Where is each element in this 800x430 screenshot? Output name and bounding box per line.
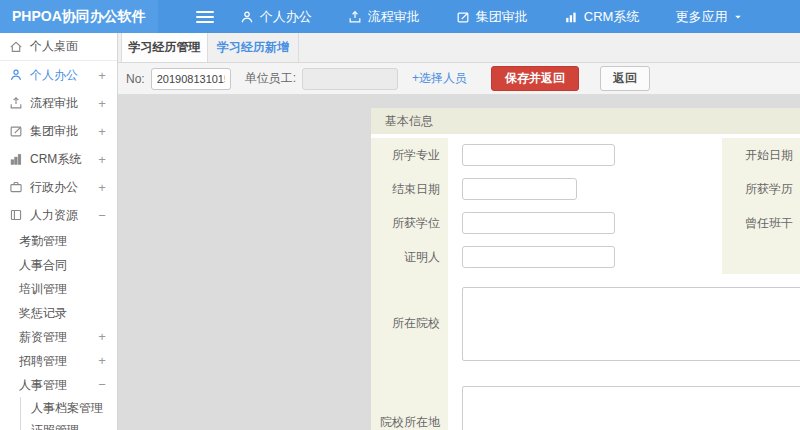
sidebar-item-admin-office[interactable]: 行政办公 +: [0, 173, 117, 201]
nav-item-personal-office[interactable]: 个人办公: [240, 8, 312, 26]
nav-item-label: 个人办公: [260, 8, 312, 26]
sidebar-item-label: 个人办公: [30, 67, 97, 84]
bar-chart-icon: [9, 152, 23, 166]
section-title: 基本信息: [371, 108, 800, 134]
sidebar-item-personal-office[interactable]: 个人办公 +: [0, 61, 117, 89]
field-label: [722, 240, 800, 274]
sidebar-item-personal-desktop[interactable]: 个人桌面: [0, 33, 117, 61]
field-label: 证明人: [371, 240, 448, 274]
nav-item-crm-system[interactable]: CRM系统: [564, 8, 640, 26]
field-label: 院校所在地: [371, 373, 448, 430]
sidebar-item-label: CRM系统: [30, 151, 97, 168]
employee-label: 单位员工:: [245, 70, 296, 87]
nav-item-group-approval[interactable]: 集团审批: [456, 8, 528, 26]
employee-input[interactable]: [302, 68, 398, 90]
field-label: 开始日期: [722, 138, 800, 172]
nav-item-label: 流程审批: [368, 8, 420, 26]
app-logo: PHPOA协同办公软件: [0, 0, 158, 33]
sidebar-item-crm-system[interactable]: CRM系统 +: [0, 145, 117, 173]
edit-square-icon: [456, 10, 470, 24]
nav-item-label: 集团审批: [476, 8, 528, 26]
return-button[interactable]: 返回: [600, 66, 650, 91]
sidebar-item-label: 行政办公: [30, 179, 97, 196]
user-icon: [240, 10, 254, 24]
field-label: 曾任班干: [722, 206, 800, 240]
sidebar-item-label: 流程审批: [30, 95, 97, 112]
main-layout: 个人桌面 个人办公 + 流程审批 + 集团审批 +: [0, 33, 800, 430]
sidebar-subitem-hr-contract[interactable]: 人事合同: [0, 253, 117, 277]
user-icon: [9, 68, 23, 82]
top-navbar: PHPOA协同办公软件 个人办公 流程审批 集团审批 CRM系统: [0, 0, 800, 33]
form-row-degree: 所获学位 曾任班干: [371, 206, 800, 240]
tab-bar: 学习经历管理 学习经历新增: [118, 33, 800, 63]
expand-icon[interactable]: +: [97, 325, 107, 349]
expand-icon[interactable]: +: [97, 68, 107, 83]
collapse-icon[interactable]: −: [97, 373, 107, 397]
sidebar-subitem-personnel[interactable]: 人事管理 −: [0, 373, 117, 397]
sidebar-subitem-rewards[interactable]: 奖惩记录: [0, 301, 117, 325]
expand-icon[interactable]: +: [97, 349, 107, 373]
no-input[interactable]: [151, 68, 231, 90]
form-row-end-date: 结束日期 所获学历: [371, 172, 800, 206]
form-toolbar: No: 单位员工: +选择人员 保存并返回 返回: [118, 63, 800, 95]
sidebar-subitem-salary[interactable]: 薪资管理 +: [0, 325, 117, 349]
sidebar-item-label: 人力资源: [30, 207, 97, 224]
nav-item-label: CRM系统: [584, 8, 640, 26]
form-row-school: 所在院校: [371, 274, 800, 373]
home-icon: [9, 40, 23, 54]
sidebar-subitem-attendance[interactable]: 考勤管理: [0, 229, 117, 253]
reference-input[interactable]: [462, 246, 615, 268]
sidebar-sub2-group: 人事档案管理 证照管理: [20, 397, 117, 430]
nav-item-label: 更多应用: [675, 8, 727, 26]
nav-item-more-apps[interactable]: 更多应用: [675, 8, 743, 26]
expand-icon[interactable]: +: [97, 180, 107, 195]
briefcase-icon: [9, 180, 23, 194]
book-icon: [9, 208, 23, 222]
school-textarea[interactable]: [462, 287, 800, 361]
hamburger-menu-icon[interactable]: [196, 8, 214, 26]
sidebar-subitem-personnel-files[interactable]: 人事档案管理: [21, 397, 117, 419]
sidebar-subitem-training[interactable]: 培训管理: [0, 277, 117, 301]
caret-down-icon: [733, 12, 743, 22]
edit-square-icon: [9, 124, 23, 138]
save-and-return-button[interactable]: 保存并返回: [491, 66, 579, 91]
major-input[interactable]: [462, 144, 615, 166]
workflow-icon: [9, 96, 23, 110]
expand-icon[interactable]: +: [97, 124, 107, 139]
work-area: 基本信息 所学专业 开始日期 结束日期 所获学历: [118, 95, 800, 430]
form-row-school-location: 院校所在地: [371, 373, 800, 430]
tab-study-history-manage[interactable]: 学习经历管理: [121, 33, 208, 62]
sidebar-item-label: 个人桌面: [30, 38, 97, 55]
tab-study-history-new[interactable]: 学习经历新增: [208, 33, 299, 62]
field-label: 结束日期: [371, 172, 448, 206]
school-location-textarea[interactable]: [462, 386, 800, 430]
sidebar-nav: 个人桌面 个人办公 + 流程审批 + 集团审批 +: [0, 33, 118, 430]
field-label: 所在院校: [371, 274, 448, 373]
expand-icon[interactable]: +: [97, 96, 107, 111]
field-label: 所获学位: [371, 206, 448, 240]
form-row-reference: 证明人: [371, 240, 800, 274]
bar-chart-icon: [564, 10, 578, 24]
nav-item-workflow-approval[interactable]: 流程审批: [348, 8, 420, 26]
sidebar-item-label: 集团审批: [30, 123, 97, 140]
field-label: 所获学历: [722, 172, 800, 206]
end-date-input[interactable]: [462, 178, 577, 200]
select-person-link[interactable]: +选择人员: [412, 70, 467, 87]
basic-info-form: 基本信息 所学专业 开始日期 结束日期 所获学历: [371, 108, 800, 430]
sidebar-subitem-recruit[interactable]: 招聘管理 +: [0, 349, 117, 373]
sidebar-subitem-certificates[interactable]: 证照管理: [21, 419, 117, 430]
expand-icon[interactable]: +: [97, 152, 107, 167]
workflow-icon: [348, 10, 362, 24]
form-row-major: 所学专业 开始日期: [371, 138, 800, 172]
sidebar-item-human-resources[interactable]: 人力资源 −: [0, 201, 117, 229]
no-label: No:: [126, 72, 145, 86]
sidebar-item-group-approval[interactable]: 集团审批 +: [0, 117, 117, 145]
collapse-icon[interactable]: −: [97, 208, 107, 223]
sidebar-item-workflow-approval[interactable]: 流程审批 +: [0, 89, 117, 117]
degree-input[interactable]: [462, 212, 615, 234]
content-area: 学习经历管理 学习经历新增 No: 单位员工: +选择人员 保存并返回 返回 基…: [118, 33, 800, 430]
navbar-menu: 个人办公 流程审批 集团审批 CRM系统 更多应用: [240, 8, 744, 26]
field-label: 所学专业: [371, 138, 448, 172]
